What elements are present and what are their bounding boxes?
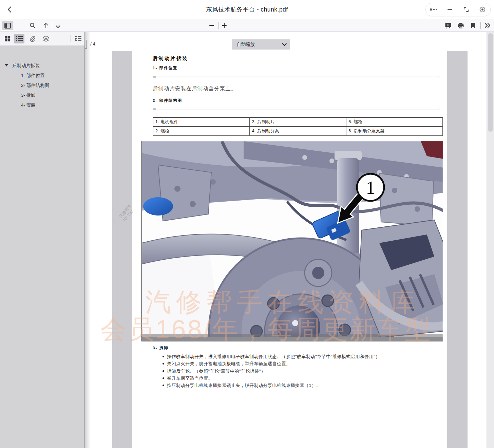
outline-view-button[interactable] bbox=[14, 34, 24, 43]
page-right-margin bbox=[447, 51, 468, 448]
sidebar-toggle-button[interactable] bbox=[2, 21, 13, 30]
minimize-button[interactable] bbox=[442, 3, 458, 16]
chevron-down-icon bbox=[282, 43, 287, 46]
outline-item-2[interactable]: 2- 部件结构图 bbox=[21, 82, 49, 89]
table-cell: 2. 螺栓 bbox=[153, 127, 250, 136]
sidebar-shadow bbox=[85, 32, 91, 448]
table-cell: 5. 螺栓 bbox=[346, 117, 443, 127]
layers-icon bbox=[43, 36, 49, 42]
doc-paragraph: 后制动片安装在后制动盘分泵上。 bbox=[153, 86, 237, 92]
step-text: 按压制动分泵电机线束插接器锁止夹，脱开制动分泵电机线束插接器（1）。 bbox=[167, 383, 321, 388]
zoom-in-button[interactable] bbox=[219, 21, 229, 30]
divider bbox=[218, 22, 219, 29]
outline-item-3[interactable]: 3- 拆卸 bbox=[21, 92, 36, 98]
attachments-icon bbox=[30, 36, 36, 42]
step-text: 举升车辆至适当位置。 bbox=[167, 376, 213, 381]
table-row: 2. 螺栓 4. 后制动分泵 6. 后制动分泵支架 bbox=[153, 127, 443, 136]
more-options-button[interactable] bbox=[426, 3, 442, 16]
more-dots-icon bbox=[429, 8, 438, 11]
list-item: 操作驻车制动开关，进入维修用电子驻车制动停用状态。（参照"驻车制动"章节中"维修… bbox=[163, 353, 431, 360]
page-total-label: / 4 bbox=[90, 40, 95, 49]
layers-button[interactable] bbox=[41, 34, 51, 43]
divider bbox=[52, 22, 52, 29]
outline-icon bbox=[16, 36, 23, 41]
list-item: 按压制动分泵电机线束插接器锁止夹，脱开制动分泵电机线束插接器（1）。 bbox=[163, 382, 431, 389]
presentation-mode-button[interactable] bbox=[443, 21, 453, 30]
doc-section2-heading: 2- 部件结构图 bbox=[153, 98, 182, 103]
thumbnails-view-button[interactable] bbox=[2, 34, 12, 43]
list-item: 拆卸后车轮。（参照"车轮"章节中的"车轮拆装"） bbox=[163, 368, 431, 375]
sidebar: 后制动片拆装 1- 部件位置 2- 部件结构图 3- 拆卸 4- 安装 bbox=[0, 32, 85, 448]
sidebar-toggle-icon bbox=[4, 23, 11, 29]
pdf-toolbar: / 4 自动缩放 bbox=[0, 19, 494, 32]
doc-title: 后制动片拆装 bbox=[153, 55, 188, 62]
table-cell: 4. 后制动分泵 bbox=[250, 127, 346, 136]
presentation-icon bbox=[445, 22, 452, 29]
divider bbox=[480, 22, 481, 29]
record-button[interactable] bbox=[474, 3, 490, 16]
thumbnails-icon bbox=[4, 36, 10, 42]
more-tools-button[interactable] bbox=[482, 21, 493, 30]
doc-rule bbox=[153, 108, 439, 110]
record-icon bbox=[479, 6, 486, 13]
current-outline-item-button[interactable] bbox=[73, 34, 83, 43]
sidebar-toolbar bbox=[0, 32, 84, 45]
window-title: 东风技术肮务平台 - chunk.pdf bbox=[0, 0, 494, 19]
print-icon bbox=[457, 22, 464, 29]
more-tools-icon bbox=[484, 23, 491, 28]
doc-rule bbox=[153, 76, 439, 78]
outline-item-1[interactable]: 1- 部件位置 bbox=[21, 73, 45, 79]
zoom-out-button[interactable] bbox=[207, 21, 217, 30]
doc-section3-heading: 3- 拆卸 bbox=[153, 346, 168, 351]
page-down-icon bbox=[55, 22, 61, 29]
parts-table: 1. 电机组件 3. 后制动片 5. 螺栓 2. 螺栓 4. 后制动分泵 6. … bbox=[153, 117, 443, 136]
fullscreen-icon bbox=[463, 6, 469, 13]
brake-assembly-illustration: 1 bbox=[142, 141, 443, 341]
outline-collapse-caret[interactable] bbox=[5, 64, 8, 67]
titlebar: 东风技术肮务平台 - chunk.pdf bbox=[0, 0, 494, 19]
attachments-button[interactable] bbox=[27, 34, 38, 43]
table-cell: 1. 电机组件 bbox=[153, 117, 250, 127]
outline-item-4[interactable]: 4- 安装 bbox=[21, 102, 36, 108]
callout-number: 1 bbox=[366, 178, 375, 198]
minimize-icon bbox=[447, 8, 453, 11]
step-text: 拆卸后车轮。（参照"车轮"章节中的"车轮拆装"） bbox=[167, 369, 265, 374]
current-outline-item-icon bbox=[75, 36, 81, 41]
zoom-out-icon bbox=[209, 25, 214, 26]
window-controls bbox=[425, 3, 491, 16]
step-text: 操作驻车制动开关，进入维修用电子驻车制动停用状态。（参照"驻车制动"章节中"维修… bbox=[167, 354, 380, 359]
zoom-scale-value: 自动缩放 bbox=[232, 41, 282, 48]
page-left-margin bbox=[112, 51, 132, 448]
brake-assembly-figure: 1 bbox=[141, 141, 443, 341]
list-item: 举升车辆至适当位置。 bbox=[163, 375, 431, 382]
table-cell: 3. 后制动片 bbox=[250, 117, 346, 127]
page-up-button[interactable] bbox=[41, 21, 51, 30]
outline-root-item[interactable]: 后制动片拆装 bbox=[12, 63, 40, 69]
table-cell: 6. 后制动分泵支架 bbox=[346, 127, 443, 136]
search-button[interactable] bbox=[27, 21, 38, 30]
print-button[interactable] bbox=[456, 21, 466, 30]
bookmark-icon bbox=[471, 22, 475, 29]
doc-section1-heading: 1- 部件位置 bbox=[153, 66, 177, 71]
divider bbox=[71, 35, 71, 42]
removal-steps-list: 操作驻车制动开关，进入维修用电子驻车制动停用状态。（参照"驻车制动"章节中"维修… bbox=[163, 353, 431, 389]
list-item: 关闭点火开关，脱开蓄电池负极电缆，举升车辆至适当位置。 bbox=[163, 360, 431, 367]
search-icon bbox=[30, 22, 36, 29]
fullscreen-button[interactable] bbox=[458, 3, 474, 16]
zoom-in-icon bbox=[222, 23, 227, 28]
scrollbar-thumb[interactable] bbox=[488, 33, 493, 132]
zoom-scale-select[interactable]: 自动缩放 bbox=[232, 39, 290, 50]
step-text: 关闭点火开关，脱开蓄电池负极电缆，举升车辆至适当位置。 bbox=[167, 361, 291, 366]
current-view-bookmark-button[interactable] bbox=[468, 21, 478, 30]
vertical-scrollbar[interactable] bbox=[487, 32, 494, 448]
page-down-button[interactable] bbox=[53, 21, 63, 30]
page-up-icon bbox=[43, 22, 49, 29]
table-row: 1. 电机组件 3. 后制动片 5. 螺栓 bbox=[153, 117, 443, 127]
